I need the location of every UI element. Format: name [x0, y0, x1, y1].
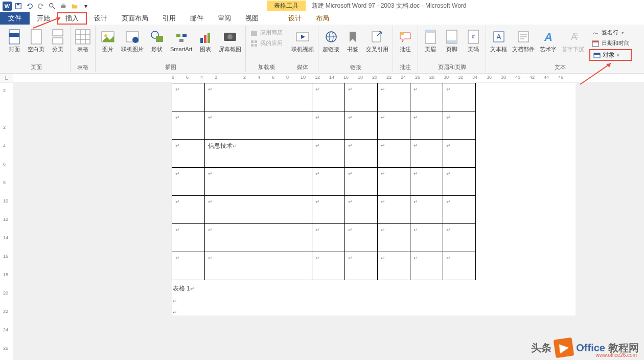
table-cell[interactable]: ↵	[345, 168, 378, 196]
picture-button[interactable]: 图片	[98, 28, 118, 54]
online-video-button[interactable]: 联机视频	[289, 28, 316, 54]
dropcap-button[interactable]: A首字下沉	[560, 28, 586, 54]
shapes-button[interactable]: 形状	[147, 28, 167, 54]
tab-file[interactable]: 文件	[0, 12, 30, 25]
table-cell[interactable]: ↵	[172, 83, 205, 111]
table-cell[interactable]: ↵	[345, 111, 378, 140]
tab-table-layout[interactable]: 布局	[309, 12, 336, 25]
cross-reference-button[interactable]: 交叉引用	[364, 28, 390, 54]
tab-page-layout[interactable]: 页面布局	[114, 12, 155, 25]
comment-button[interactable]: 批注	[395, 28, 416, 54]
page-area[interactable]: ↵↵↵↵↵↵↵↵↵↵↵↵↵↵↵信息技术↵↵↵↵↵↵↵↵↵↵↵↵↵↵↵↵↵↵↵↵↵…	[13, 83, 644, 360]
table-cell[interactable]: ↵	[345, 83, 378, 111]
page-break-button[interactable]: 分页	[48, 28, 68, 54]
tab-design[interactable]: 设计	[87, 12, 114, 25]
tab-review[interactable]: 审阅	[211, 12, 238, 25]
table-cell[interactable]: ↵	[172, 140, 205, 168]
open-folder-icon[interactable]	[70, 1, 80, 11]
tab-mailings[interactable]: 邮件	[183, 12, 211, 25]
table-cell[interactable]: ↵	[443, 196, 476, 224]
tab-view[interactable]: 视图	[238, 12, 266, 25]
table-cell[interactable]: ↵	[443, 111, 476, 140]
table-cell[interactable]: ↵	[312, 196, 345, 224]
table-cell[interactable]: ↵	[345, 252, 378, 280]
table-cell[interactable]: ↵	[172, 111, 205, 140]
tab-table-design[interactable]: 设计	[281, 12, 309, 25]
table-cell[interactable]: ↵	[345, 224, 378, 252]
date-time-button[interactable]: 日期和时间	[589, 38, 632, 49]
table-cell[interactable]: ↵	[204, 252, 312, 280]
word-app-icon[interactable]: W	[2, 1, 12, 11]
table-cell[interactable]: ↵	[204, 196, 312, 224]
object-button[interactable]: 对象▾	[589, 49, 632, 61]
app-store-button[interactable]: 应用商店	[248, 28, 285, 38]
tab-references[interactable]: 引用	[155, 12, 183, 25]
table-cell[interactable]: ↵	[172, 252, 205, 280]
table-cell[interactable]: ↵	[443, 252, 476, 280]
table-cell[interactable]: ↵	[410, 83, 443, 111]
table-cell[interactable]: ↵	[204, 224, 312, 252]
table-cell[interactable]: ↵	[443, 224, 476, 252]
table-cell[interactable]: ↵	[410, 224, 443, 252]
table-cell[interactable]: ↵	[312, 168, 345, 196]
table-cell[interactable]: ↵	[204, 168, 312, 196]
print-icon[interactable]	[58, 1, 68, 11]
page-number-button[interactable]: #页码	[463, 28, 484, 54]
table-cell[interactable]: 信息技术↵	[204, 140, 312, 168]
document-table[interactable]: ↵↵↵↵↵↵↵↵↵↵↵↵↵↵↵信息技术↵↵↵↵↵↵↵↵↵↵↵↵↵↵↵↵↵↵↵↵↵…	[172, 83, 476, 280]
bookmark-button[interactable]: 书签	[342, 28, 363, 54]
blank-page-button[interactable]: 空白页	[26, 28, 47, 54]
table-cell[interactable]: ↵	[410, 168, 443, 196]
table-cell[interactable]: ↵	[312, 140, 345, 168]
table-cell[interactable]: ↵	[410, 252, 443, 280]
wordart-button[interactable]: A艺术字	[538, 28, 559, 54]
tab-home[interactable]: 开始	[30, 12, 57, 25]
screenshot-button[interactable]: 屏幕截图	[217, 28, 243, 54]
table-cell[interactable]: ↵	[410, 111, 443, 140]
table-cell[interactable]: ↵	[312, 224, 345, 252]
quick-parts-button[interactable]: 文档部件	[510, 28, 537, 54]
online-picture-button[interactable]: 联机图片	[119, 28, 146, 54]
table-cell[interactable]: ↵	[443, 83, 476, 111]
table-cell[interactable]: ↵	[204, 111, 312, 140]
table-cell[interactable]: ↵	[378, 224, 410, 252]
group-label-media: 媒体	[289, 62, 316, 72]
header-button[interactable]: 页眉	[420, 28, 441, 54]
table-cell[interactable]: ↵	[312, 252, 345, 280]
chart-button[interactable]: 图表	[195, 28, 216, 54]
redo-icon[interactable]	[36, 1, 46, 11]
undo-icon[interactable]	[25, 1, 35, 11]
my-apps-button[interactable]: 我的应用	[248, 38, 285, 49]
horizontal-ruler[interactable]: 8642246810121416182022242628303234363840…	[13, 74, 644, 82]
cover-page-button[interactable]: 封面	[4, 28, 25, 54]
tab-insert[interactable]: 插入	[57, 12, 87, 25]
table-cell[interactable]: ↵	[172, 224, 205, 252]
table-cell[interactable]: ↵	[312, 111, 345, 140]
table-cell[interactable]: ↵	[378, 111, 410, 140]
table-cell[interactable]: ↵	[345, 140, 378, 168]
table-cell[interactable]: ↵	[378, 140, 410, 168]
table-cell[interactable]: ↵	[312, 83, 345, 111]
print-preview-icon[interactable]	[47, 1, 57, 11]
table-cell[interactable]: ↵	[410, 196, 443, 224]
save-icon[interactable]	[13, 1, 24, 11]
table-cell[interactable]: ↵	[378, 252, 410, 280]
smartart-button[interactable]: SmartArt	[168, 28, 194, 54]
table-cell[interactable]: ↵	[378, 168, 410, 196]
hyperlink-button[interactable]: 超链接	[320, 28, 341, 54]
table-cell[interactable]: ↵	[378, 196, 410, 224]
table-cell[interactable]: ↵	[172, 196, 205, 224]
qat-dropdown-icon[interactable]: ▾	[81, 1, 91, 11]
table-cell[interactable]: ↵	[172, 168, 205, 196]
table-cell[interactable]: ↵	[345, 196, 378, 224]
table-cell[interactable]: ↵	[443, 168, 476, 196]
table-cell[interactable]: ↵	[410, 140, 443, 168]
table-cell[interactable]: ↵	[443, 140, 476, 168]
vertical-ruler[interactable]: 22468101214161820222426	[0, 83, 13, 360]
table-cell[interactable]: ↵	[204, 83, 312, 111]
table-cell[interactable]: ↵	[378, 83, 410, 111]
table-button[interactable]: 表格	[73, 28, 93, 54]
signature-button[interactable]: 签名行▾	[589, 28, 632, 38]
footer-button[interactable]: 页脚	[442, 28, 462, 54]
textbox-button[interactable]: A文本框	[488, 28, 509, 54]
